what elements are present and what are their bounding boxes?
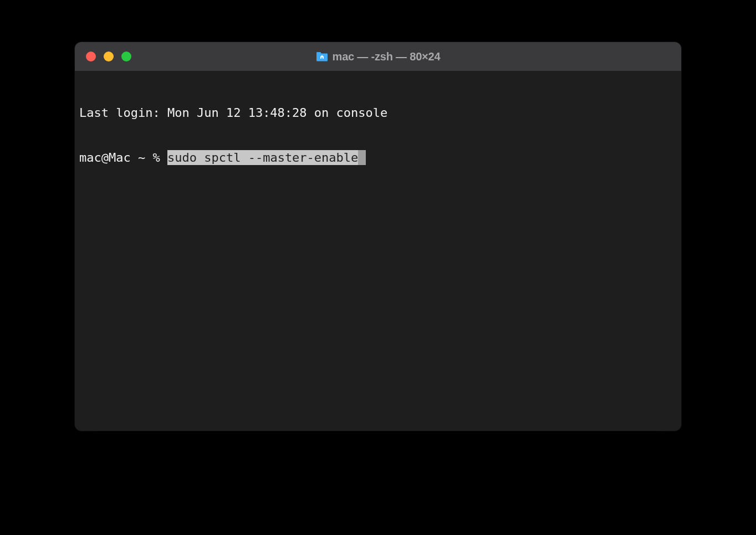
command-input[interactable]: sudo spctl --master-enable <box>167 150 358 165</box>
close-button[interactable] <box>86 52 96 61</box>
terminal-window: mac — -zsh — 80×24 Last login: Mon Jun 1… <box>75 42 681 431</box>
login-message: Last login: Mon Jun 12 13:48:28 on conso… <box>79 105 677 120</box>
title-bar[interactable]: mac — -zsh — 80×24 <box>75 42 681 71</box>
folder-home-icon <box>316 52 328 61</box>
terminal-body[interactable]: Last login: Mon Jun 12 13:48:28 on conso… <box>75 71 681 431</box>
maximize-button[interactable] <box>121 52 131 61</box>
minimize-button[interactable] <box>104 52 114 61</box>
prompt-line[interactable]: mac@Mac ~ % sudo spctl --master-enable <box>79 150 677 165</box>
shell-prompt: mac@Mac ~ % <box>79 150 167 165</box>
traffic-lights <box>75 52 131 61</box>
window-title: mac — -zsh — 80×24 <box>333 50 441 63</box>
cursor <box>358 150 366 165</box>
title-content: mac — -zsh — 80×24 <box>75 50 681 63</box>
